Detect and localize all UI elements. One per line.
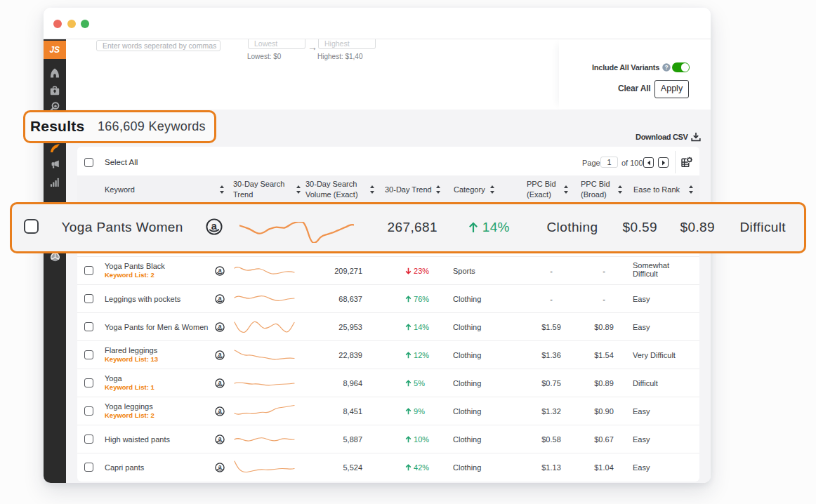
svg-text:a: a [211, 220, 217, 232]
svg-text:?: ? [664, 64, 668, 71]
